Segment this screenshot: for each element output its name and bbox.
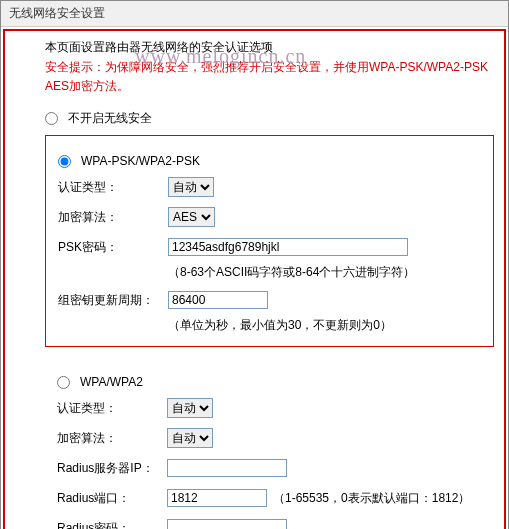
radio-none[interactable] [45, 112, 58, 125]
row-wpapsk-gk: 组密钥更新周期： [58, 289, 481, 311]
label-radius-ip: Radius服务器IP： [57, 460, 167, 477]
row-radius-pw: Radius密码： [57, 517, 482, 529]
radio-wpapsk[interactable] [58, 155, 71, 168]
row-wpa-auth: 认证类型： 自动 [57, 397, 482, 419]
row-wpa-enc: 加密算法： 自动 [57, 427, 482, 449]
hint-radius-port: （1-65535，0表示默认端口：1812） [273, 490, 470, 507]
label-wpapsk-auth: 认证类型： [58, 179, 168, 196]
window-title: 无线网络安全设置 [1, 1, 508, 27]
label-wpapsk-gk: 组密钥更新周期： [58, 292, 168, 309]
row-wpapsk-enc: 加密算法： AES [58, 206, 481, 228]
select-wpapsk-enc[interactable]: AES [168, 207, 215, 227]
row-radius-ip: Radius服务器IP： [57, 457, 482, 479]
select-wpa-enc[interactable]: 自动 [167, 428, 213, 448]
row-wpapsk-auth: 认证类型： 自动 [58, 176, 481, 198]
radio-none-label: 不开启无线安全 [68, 110, 152, 127]
label-wpa-auth: 认证类型： [57, 400, 167, 417]
row-wpapsk-psk: PSK密码： [58, 236, 481, 258]
label-radius-pw: Radius密码： [57, 520, 167, 529]
label-wpa-enc: 加密算法： [57, 430, 167, 447]
settings-window: 无线网络安全设置 www.melogincn.cn 本页面设置路由器无线网络的安… [0, 0, 509, 529]
input-wpapsk-gk[interactable] [168, 291, 268, 309]
intro-text: 本页面设置路由器无线网络的安全认证选项 [45, 39, 494, 56]
hint-wpapsk-gk: （单位为秒，最小值为30，不更新则为0） [168, 317, 481, 334]
input-wpapsk-psk[interactable] [168, 238, 408, 256]
security-warning: 安全提示：为保障网络安全，强烈推荐开启安全设置，并使用WPA-PSK/WPA2-… [45, 58, 494, 96]
content-panel: www.melogincn.cn 本页面设置路由器无线网络的安全认证选项 安全提… [3, 29, 506, 529]
radio-row-wpapsk: WPA-PSK/WPA2-PSK [58, 154, 481, 168]
radio-wpa-label: WPA/WPA2 [80, 375, 143, 389]
row-radius-port: Radius端口： （1-65535，0表示默认端口：1812） [57, 487, 482, 509]
hint-wpapsk-psk: （8-63个ASCII码字符或8-64个十六进制字符） [168, 264, 481, 281]
input-radius-ip[interactable] [167, 459, 287, 477]
select-wpapsk-auth[interactable]: 自动 [168, 177, 214, 197]
label-wpapsk-psk: PSK密码： [58, 239, 168, 256]
input-radius-port[interactable] [167, 489, 267, 507]
section-wpa: WPA/WPA2 认证类型： 自动 加密算法： 自动 [45, 361, 494, 529]
section-wpapsk: WPA-PSK/WPA2-PSK 认证类型： 自动 加密算法： AES [45, 135, 494, 347]
radio-row-wpa: WPA/WPA2 [57, 375, 482, 389]
radio-wpapsk-label: WPA-PSK/WPA2-PSK [81, 154, 200, 168]
input-radius-pw[interactable] [167, 519, 287, 529]
label-wpapsk-enc: 加密算法： [58, 209, 168, 226]
radio-wpa[interactable] [57, 376, 70, 389]
label-radius-port: Radius端口： [57, 490, 167, 507]
select-wpa-auth[interactable]: 自动 [167, 398, 213, 418]
radio-row-none: 不开启无线安全 [45, 110, 494, 127]
